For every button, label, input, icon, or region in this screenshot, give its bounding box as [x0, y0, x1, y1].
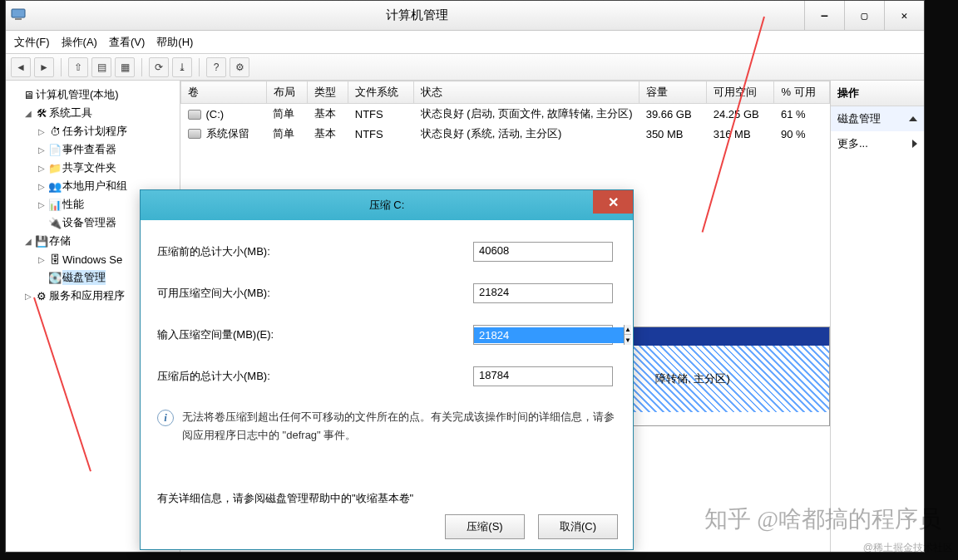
actions-header: 操作: [831, 81, 924, 106]
folder-icon: 📁: [47, 162, 62, 174]
services-icon: ⚙: [34, 290, 49, 302]
perf-icon: 📊: [47, 199, 62, 211]
disk-icon: 💽: [47, 272, 62, 284]
actions-pane: 操作 磁盘管理 更多...: [831, 81, 924, 552]
menu-action[interactable]: 操作(A): [62, 35, 97, 50]
dialog-info: i 无法将卷压缩到超出任何不可移动的文件所在的点。有关完成该操作时间的详细信息，…: [157, 408, 616, 445]
menu-help[interactable]: 帮助(H): [156, 35, 193, 50]
avail-shrink-value: 21824: [473, 283, 613, 303]
export-button[interactable]: ⤓: [172, 57, 192, 77]
chevron-up-icon: [909, 116, 917, 121]
storage-icon: 💾: [34, 235, 49, 248]
dialog-close-button[interactable]: ✕: [593, 190, 633, 214]
table-row[interactable]: 系统保留 简单 基本 NTFS 状态良好 (系统, 活动, 主分区) 350 M…: [181, 124, 830, 144]
users-icon: 👥: [47, 180, 62, 193]
back-button[interactable]: ◄: [11, 57, 31, 77]
up-level-button[interactable]: ⇧: [68, 57, 88, 77]
tools-icon: 🛠: [34, 107, 49, 120]
volume-table[interactable]: 卷 布局 类型 文件系统 状态 容量 可用空间 % 可用 (C:) 简单 基本: [180, 81, 830, 144]
properties-button[interactable]: ▦: [115, 57, 135, 77]
settings-button[interactable]: ⚙: [230, 57, 249, 77]
shrink-amount-input[interactable]: ▲ ▼: [473, 325, 613, 345]
table-row[interactable]: (C:) 简单 基本 NTFS 状态良好 (启动, 页面文件, 故障转储, 主分…: [181, 104, 830, 125]
help-button[interactable]: ?: [206, 57, 226, 77]
col-status[interactable]: 状态: [414, 81, 639, 104]
separator: [199, 58, 200, 76]
tree-event-viewer[interactable]: ▷📄 事件查看器: [7, 140, 178, 159]
dialog-note: 有关详细信息，请参阅磁盘管理帮助中的"收缩基本卷": [157, 491, 616, 506]
shrink-amount-label: 输入压缩空间量(MB)(E):: [157, 327, 473, 342]
menu-file[interactable]: 文件(F): [14, 35, 50, 50]
drive-icon: [188, 129, 201, 139]
log-icon: 📄: [47, 144, 62, 156]
tree-root[interactable]: 🖥 计算机管理(本地): [7, 86, 178, 104]
info-icon: i: [157, 410, 174, 426]
menubar: 文件(F) 操作(A) 查看(V) 帮助(H): [6, 31, 924, 54]
drive-icon: [188, 110, 201, 120]
col-volume[interactable]: 卷: [181, 81, 267, 104]
size-before-value: 40608: [473, 242, 613, 262]
chevron-right-icon: [912, 140, 917, 148]
cancel-button[interactable]: 取消(C): [538, 514, 618, 539]
actions-disk-management[interactable]: 磁盘管理: [831, 106, 924, 131]
avail-shrink-label: 可用压缩空间大小(MB):: [157, 286, 473, 301]
col-capacity[interactable]: 容量: [639, 81, 707, 104]
dialog-title: 压缩 C: ✕: [141, 190, 633, 220]
separator: [141, 58, 142, 76]
col-type[interactable]: 类型: [308, 81, 348, 104]
col-free[interactable]: 可用空间: [707, 81, 774, 104]
col-pct[interactable]: % 可用: [774, 81, 830, 104]
col-layout[interactable]: 布局: [266, 81, 307, 104]
spinner-up-button[interactable]: ▲: [625, 325, 631, 335]
minimize-button[interactable]: —: [804, 1, 844, 30]
forward-button[interactable]: ►: [34, 57, 54, 77]
tree-system-tools[interactable]: ◢🛠 系统工具: [7, 104, 178, 122]
svg-rect-1: [15, 18, 22, 20]
computer-icon: 🖥: [21, 89, 36, 101]
tree-task-scheduler[interactable]: ▷⏱ 任务计划程序: [7, 122, 178, 140]
clock-icon: ⏱: [47, 125, 62, 138]
svg-rect-0: [12, 9, 25, 17]
separator: [61, 58, 62, 76]
size-after-label: 压缩后的总计大小(MB):: [157, 369, 473, 384]
actions-more[interactable]: 更多...: [831, 131, 924, 156]
shrink-button[interactable]: 压缩(S): [445, 514, 525, 539]
device-icon: 🔌: [47, 217, 62, 229]
titlebar: 计算机管理 — ▢ ✕: [6, 1, 924, 31]
show-hide-tree-button[interactable]: ▤: [91, 57, 111, 77]
tree-shared-folders[interactable]: ▷📁 共享文件夹: [7, 159, 178, 177]
window-title: 计算机管理: [29, 7, 804, 23]
app-icon: [11, 7, 29, 24]
spinner-down-button[interactable]: ▼: [625, 335, 631, 345]
col-fs[interactable]: 文件系统: [348, 81, 414, 104]
maximize-button[interactable]: ▢: [844, 1, 884, 30]
size-after-value: 18784: [473, 366, 613, 386]
backup-icon: 🗄: [47, 253, 62, 266]
shrink-volume-dialog: 压缩 C: ✕ 压缩前的总计大小(MB): 40608 可用压缩空间大小(MB)…: [140, 189, 634, 550]
toolbar: ◄ ► ⇧ ▤ ▦ ⟳ ⤓ ? ⚙: [6, 54, 924, 81]
refresh-button[interactable]: ⟳: [149, 57, 169, 77]
menu-view[interactable]: 查看(V): [109, 35, 145, 50]
shrink-amount-field[interactable]: [474, 327, 624, 343]
close-button[interactable]: ✕: [884, 1, 924, 30]
size-before-label: 压缩前的总计大小(MB):: [157, 244, 473, 259]
